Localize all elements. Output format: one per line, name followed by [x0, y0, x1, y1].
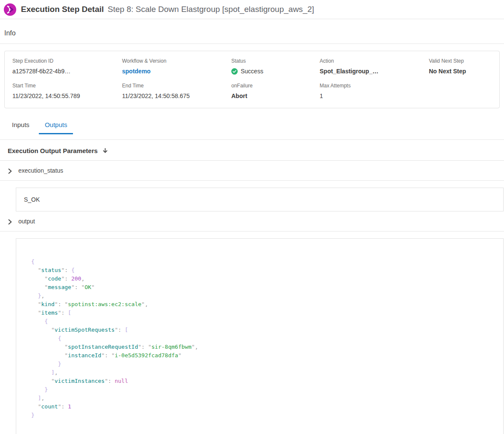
- info-divider: [0, 43, 504, 44]
- field-label: End Time: [122, 83, 231, 89]
- status-text: Success: [241, 68, 263, 75]
- tab-inputs[interactable]: Inputs: [6, 121, 35, 134]
- field-value: 11/23/2022, 14:50:55.789: [12, 93, 122, 99]
- tabs: Inputs Outputs: [0, 121, 504, 134]
- page-title: Execution Step Detail: [21, 5, 104, 14]
- field-value: No Next Step: [429, 68, 496, 75]
- field-label: Valid Next Step: [429, 58, 496, 64]
- field-max-attempts: Max Attempts 1: [320, 83, 429, 99]
- output-params-header: Execution Output Parameters: [0, 140, 504, 161]
- field-label: Status: [231, 58, 320, 64]
- param-name: output: [18, 218, 35, 225]
- page-header: Execution Step Detail Step 8: Scale Down…: [0, 0, 504, 19]
- execution-status-value-box: S_OK: [16, 188, 504, 211]
- field-value: 1: [320, 93, 429, 99]
- param-name: execution_status: [18, 167, 63, 174]
- field-start-time: Start Time 11/23/2022, 14:50:55.789: [12, 83, 122, 99]
- field-value: Abort: [231, 93, 320, 99]
- field-status: Status Success: [231, 58, 320, 75]
- field-step-execution-id: Step Execution ID a125728f-6b22-4b9…: [12, 58, 122, 75]
- field-label: Action: [320, 58, 429, 64]
- output-params-title: Execution Output Parameters: [8, 147, 98, 154]
- tab-outputs[interactable]: Outputs: [39, 121, 73, 134]
- workflow-link[interactable]: spotdemo: [122, 68, 151, 75]
- field-label: onFailure: [231, 83, 320, 89]
- section-info-title: Info: [4, 29, 504, 43]
- status-badge: Success: [231, 68, 320, 75]
- success-check-icon: [231, 68, 238, 75]
- field-value: 11/23/2022, 14:50:58.675: [122, 93, 231, 99]
- field-label: Step Execution ID: [12, 58, 122, 64]
- field-valid-next-step: Valid Next Step No Next Step: [429, 58, 496, 75]
- field-label: Max Attempts: [320, 83, 429, 89]
- chevron-right-icon: [7, 219, 13, 224]
- output-json-box: { "status": { "code": 200, "message": "O…: [16, 238, 504, 434]
- page-subtitle: Step 8: Scale Down Elastgroup [spot_elas…: [108, 5, 314, 14]
- param-row-output[interactable]: output: [0, 211, 504, 231]
- field-action: Action Spot_Elastigroup_…: [320, 58, 429, 75]
- info-card: Step Execution ID a125728f-6b22-4b9… Wor…: [4, 51, 500, 108]
- field-onfailure: onFailure Abort: [231, 83, 320, 99]
- field-workflow-version: Workflow & Version spotdemo: [122, 58, 231, 75]
- chevron-right-icon: [7, 168, 13, 174]
- app-logo-icon: [4, 3, 16, 16]
- field-empty: [429, 83, 496, 99]
- field-end-time: End Time 11/23/2022, 14:50:58.675: [122, 83, 231, 99]
- field-value: Spot_Elastigroup_…: [320, 68, 429, 75]
- field-label: Start Time: [12, 83, 122, 89]
- field-value: a125728f-6b22-4b9…: [12, 68, 122, 75]
- param-row-execution-status[interactable]: execution_status: [0, 161, 504, 181]
- field-label: Workflow & Version: [122, 58, 231, 64]
- output-json-code: { "status": { "code": 200, "message": "O…: [31, 258, 489, 420]
- expand-all-arrow-icon[interactable]: [102, 148, 108, 154]
